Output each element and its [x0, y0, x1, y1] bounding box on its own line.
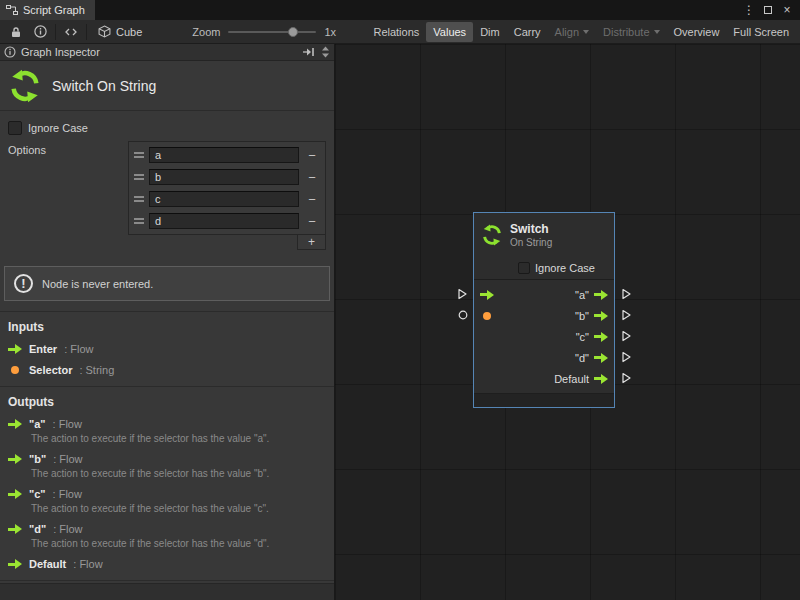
node-port-row: "b": [474, 305, 614, 326]
flow-arrow-icon: [8, 344, 22, 354]
overview-button[interactable]: Overview: [667, 22, 727, 42]
relations-button[interactable]: Relations: [366, 22, 426, 42]
remove-option-button[interactable]: −: [304, 149, 320, 162]
dock-sidebar-icon[interactable]: [302, 47, 315, 57]
zoom-slider[interactable]: [228, 31, 316, 33]
port-type: : Flow: [53, 453, 82, 465]
port-label: "b": [575, 310, 589, 322]
values-button[interactable]: Values: [426, 22, 473, 42]
info-icon: [4, 46, 16, 58]
tab-label: Script Graph: [23, 4, 85, 16]
node-port-row: "d": [474, 347, 614, 368]
output-flow-port-icon[interactable]: [594, 311, 608, 321]
port-type: : Flow: [73, 558, 102, 570]
output-connection-port-icon[interactable]: [620, 351, 632, 363]
remove-option-button[interactable]: −: [304, 193, 320, 206]
inspector-header-title: Graph Inspector: [21, 46, 100, 58]
unit-title-row: Switch On String: [0, 61, 334, 111]
drag-handle-icon[interactable]: [134, 152, 144, 158]
option-field[interactable]: a: [149, 147, 299, 163]
output-flow-port-icon[interactable]: [594, 290, 608, 300]
zoom-control: Zoom 1x: [192, 26, 336, 38]
port-name: Default: [29, 558, 66, 570]
selector-connection-port-icon[interactable]: [458, 310, 470, 322]
output-connection-port-icon[interactable]: [620, 330, 632, 342]
port-name: Enter: [29, 343, 57, 355]
output-flow-port-icon[interactable]: [594, 353, 608, 363]
lock-icon[interactable]: [4, 22, 28, 42]
option-item: d −: [131, 210, 323, 232]
port-label: "c": [576, 331, 589, 343]
option-field[interactable]: c: [149, 191, 299, 207]
unit-settings-section: Ignore Case Options a − b −: [0, 111, 334, 256]
node-footer: [474, 393, 614, 407]
remove-option-button[interactable]: −: [304, 215, 320, 228]
carry-button[interactable]: Carry: [507, 22, 548, 42]
output-port-item: Default : Flow: [8, 558, 326, 570]
output-connection-port-icon[interactable]: [620, 288, 632, 300]
ignore-case-checkbox[interactable]: [8, 121, 22, 135]
flow-arrow-icon: [8, 454, 22, 464]
enter-connection-port-icon[interactable]: [456, 288, 468, 300]
switch-unit-icon: [8, 69, 42, 103]
port-description: The action to execute if the selector ha…: [31, 538, 326, 549]
port-name: Selector: [29, 364, 72, 376]
zoom-label: Zoom: [192, 26, 220, 38]
code-icon[interactable]: [59, 22, 83, 42]
drag-handle-icon[interactable]: [134, 196, 144, 202]
port-type: : Flow: [53, 523, 82, 535]
outputs-section: Outputs "a" : Flow The action to execute…: [0, 386, 334, 581]
port-name: "b": [29, 453, 46, 465]
maximize-icon[interactable]: [760, 2, 776, 18]
toolbar-separator: [55, 24, 56, 40]
info-icon[interactable]: [28, 22, 52, 42]
drag-handle-icon[interactable]: [134, 218, 144, 224]
option-field[interactable]: d: [149, 213, 299, 229]
tab-script-graph[interactable]: Script Graph: [0, 0, 95, 20]
cube-icon: [98, 25, 111, 38]
option-item: c −: [131, 188, 323, 210]
window-menu-icon[interactable]: ⋮: [741, 2, 757, 18]
switch-unit-icon: [481, 224, 503, 246]
align-button[interactable]: Align: [548, 22, 596, 42]
fullscreen-button[interactable]: Full Screen: [726, 22, 796, 42]
output-flow-port-icon[interactable]: [594, 332, 608, 342]
dim-button[interactable]: Dim: [473, 22, 507, 42]
graph-toolbar: Cube Zoom 1x Relations Values Dim Carry …: [0, 20, 800, 44]
outputs-header: Outputs: [8, 395, 326, 409]
port-description: The action to execute if the selector ha…: [31, 433, 326, 444]
selector-value-port-icon[interactable]: [483, 312, 491, 320]
flow-arrow-icon: [8, 419, 22, 429]
graph-owner-label: Cube: [116, 26, 142, 38]
port-type: : String: [79, 364, 114, 376]
remove-option-button[interactable]: −: [304, 171, 320, 184]
option-field[interactable]: b: [149, 169, 299, 185]
port-name: "a": [29, 418, 46, 430]
output-connection-port-icon[interactable]: [620, 309, 632, 321]
graph-canvas[interactable]: Switch On String Ignore Case "a" "b": [335, 44, 800, 600]
node-ports: "a" "b" "c" "d" Default: [474, 280, 614, 393]
node-ignore-case-checkbox[interactable]: [518, 262, 530, 274]
add-option-button[interactable]: +: [297, 235, 326, 250]
output-port-item: "d" : Flow: [8, 523, 326, 535]
scroll-arrows-icon[interactable]: [321, 46, 330, 58]
distribute-label: Distribute: [603, 26, 649, 38]
port-label: Default: [554, 373, 589, 385]
drag-handle-icon[interactable]: [134, 174, 144, 180]
ignore-case-label: Ignore Case: [28, 122, 88, 134]
close-icon[interactable]: ×: [779, 2, 795, 18]
dropdown-caret-icon: [583, 30, 589, 34]
switch-on-string-node[interactable]: Switch On String Ignore Case "a" "b": [473, 212, 615, 408]
output-connection-port-icon[interactable]: [620, 372, 632, 384]
input-port-item: Selector : String: [8, 364, 326, 376]
graph-owner-selector[interactable]: Cube: [90, 25, 150, 38]
zoom-slider-knob[interactable]: [288, 27, 298, 37]
toolbar-separator: [86, 24, 87, 40]
warning-icon: !: [14, 274, 33, 293]
enter-flow-port-icon[interactable]: [480, 290, 494, 300]
output-flow-port-icon[interactable]: [594, 374, 608, 384]
output-port-item: "a" : Flow: [8, 418, 326, 430]
distribute-button[interactable]: Distribute: [596, 22, 666, 42]
port-label: "d": [575, 352, 589, 364]
port-label: "a": [575, 289, 589, 301]
